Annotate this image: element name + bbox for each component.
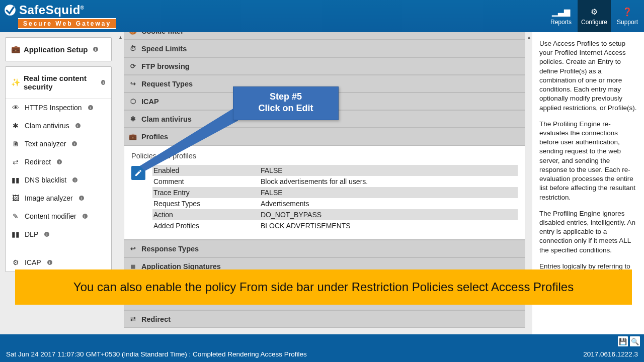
briefcase-icon: 💼 [12, 45, 20, 54]
table-key: Action [152, 211, 261, 219]
section-label: Response Types [141, 245, 199, 253]
file-text-icon: 🗎 [12, 140, 20, 148]
section-label: Redirect [141, 315, 171, 323]
save-icon-button[interactable]: 💾 [618, 336, 628, 346]
sidebar-item-label: DLP [25, 230, 38, 238]
briefcase-icon: 💼 [129, 133, 136, 140]
table-row: EnabledFALSE [152, 165, 518, 176]
section-row[interactable]: 🍪Cookie filter [124, 32, 525, 40]
help-paragraph: The Profiling Engine ignores disabled en… [539, 209, 637, 255]
info-icon[interactable]: i [72, 141, 77, 146]
search-icon-button[interactable]: 🔍 [630, 336, 640, 346]
info-icon[interactable]: i [88, 105, 93, 110]
sidebar-item[interactable]: ✎Content modifieri [6, 207, 111, 225]
nav-support-label: Support [617, 19, 638, 26]
profiles-subtitle: Policies and profiles [131, 152, 518, 160]
logo-icon [3, 3, 17, 17]
section-row[interactable]: ⏱Speed Limits [124, 40, 525, 57]
sidebar-item-label: Content modifier [25, 212, 76, 220]
info-icon[interactable]: i [101, 80, 105, 85]
reply-icon: ↩ [129, 245, 136, 252]
section-row[interactable]: 💼Profiles [124, 128, 525, 145]
table-row: Request TypesAdvertisements [152, 198, 518, 209]
sidebar-item[interactable]: 👁HTTPS Inspectioni [6, 99, 111, 117]
chart-icon: ▁▃▆ [552, 7, 570, 17]
sidebar-head-label: Application Setup [24, 45, 88, 54]
nav-reports[interactable]: ▁▃▆ Reports [544, 0, 578, 32]
info-icon[interactable]: i [93, 47, 98, 52]
sidebar-head-label: Real time content security [24, 74, 96, 91]
info-icon[interactable]: i [44, 232, 49, 237]
instruction-banner: You can also enable the policy From side… [15, 269, 632, 305]
nav-reports-label: Reports [550, 19, 572, 26]
info-icon[interactable]: i [83, 214, 88, 219]
section-profiles-body: Policies and profiles EnabledFALSECommen… [124, 145, 525, 240]
sidebar-item[interactable]: ⚙ICAPi [6, 253, 111, 272]
hexagon-icon: ⬡ [129, 98, 136, 105]
table-value: FALSE [261, 189, 518, 197]
nav-support[interactable]: ❓ Support [611, 0, 644, 32]
table-key: Enabled [152, 166, 261, 174]
section-row[interactable]: ↩Response Types [124, 240, 525, 257]
banner-text: You can also enable the policy From side… [73, 280, 574, 294]
section-row[interactable]: ⇄Redirect [124, 310, 525, 328]
nav-configure-label: Configure [581, 19, 607, 26]
barcode-icon: ▮▮ [12, 176, 20, 184]
info-icon[interactable]: i [72, 177, 77, 183]
table-key: Added Profiles [152, 222, 261, 230]
help-paragraph: The Profiling Engine re-evaluates the co… [539, 120, 637, 202]
sidebar-head-realtime[interactable]: ✨ Real time content security i [6, 67, 111, 99]
info-icon[interactable]: i [75, 123, 80, 128]
sidebar-item[interactable]: ▮▮DNS blacklisti [6, 171, 111, 189]
shuffle-icon: ⇄ [12, 158, 20, 166]
info-icon[interactable]: i [79, 196, 84, 201]
picture-icon: 🖼 [12, 194, 20, 202]
refresh-icon: ⟳ [129, 62, 136, 70]
table-value: Advertisements [261, 200, 518, 208]
forward-icon: ↪ [129, 80, 136, 87]
table-row: Added ProfilesBLOCK ADVERTISEMENTS [152, 220, 518, 231]
table-key: Trace Entry [152, 189, 261, 197]
version-text: 2017.0616.1222.3 [583, 350, 638, 358]
eye-icon: 👁 [12, 104, 20, 112]
section-label: ICAP [141, 98, 159, 106]
pencil-square-icon [134, 169, 142, 177]
sidebar-item[interactable]: 🖼Image analyzeri [6, 189, 111, 207]
list-icon: ≣ [129, 262, 136, 270]
section-row[interactable]: ⟳FTP browsing [124, 57, 525, 75]
table-key: Request Types [152, 200, 261, 208]
table-row: CommentBlock advertisements for all user… [152, 176, 518, 187]
sidebar-item-label: DNS blacklist [25, 176, 66, 184]
cogs-icon: ⚙ [591, 7, 598, 17]
sidebar-item[interactable]: ▮▮DLPi [6, 225, 111, 243]
shuffle-icon: ⇄ [129, 315, 136, 323]
table-value: DO_NOT_BYPASS [261, 211, 518, 219]
sidebar-card-realtime: ✨ Real time content security i 👁HTTPS In… [5, 66, 112, 272]
sidebar-item-label: Redirect [25, 158, 51, 166]
app-header: SafeSquid® Secure Web Gateway ▁▃▆ Report… [0, 0, 644, 32]
section-label: Speed Limits [141, 45, 187, 53]
edit-button[interactable] [131, 166, 145, 180]
section-label: Profiles [141, 133, 168, 141]
sidebar-item[interactable]: ✱Clam antivirusi [6, 117, 111, 135]
callout-line1: Step #5 [245, 91, 327, 103]
info-icon[interactable]: i [47, 260, 52, 265]
sidebar-card-app-setup[interactable]: 💼 Application Setup i [5, 37, 112, 61]
sidebar-item-label: Image analyzer [25, 194, 73, 202]
barcode-icon: ▮▮ [12, 230, 20, 238]
help-paragraph: Use Access Profiles to setup your Profil… [539, 39, 637, 113]
nav-configure[interactable]: ⚙ Configure [578, 0, 611, 32]
asterisk-icon: ✱ [12, 122, 20, 130]
info-icon[interactable]: i [57, 159, 62, 164]
table-value: Block advertisements for all users. [261, 177, 518, 186]
table-value: FALSE [261, 166, 518, 174]
sidebar-item[interactable]: 🗎Text analyzeri [6, 135, 111, 153]
cookie-icon: 🍪 [129, 32, 136, 35]
sidebar-item[interactable]: ⇄Redirecti [6, 153, 111, 171]
sidebar-item-label: Clam antivirus [25, 122, 69, 130]
sidebar-item[interactable] [6, 243, 111, 253]
question-icon: ❓ [622, 7, 632, 17]
cog-icon: ⚙ [12, 258, 20, 266]
table-key: Comment [152, 177, 261, 186]
callout-line2: Click on Edit [245, 103, 327, 114]
